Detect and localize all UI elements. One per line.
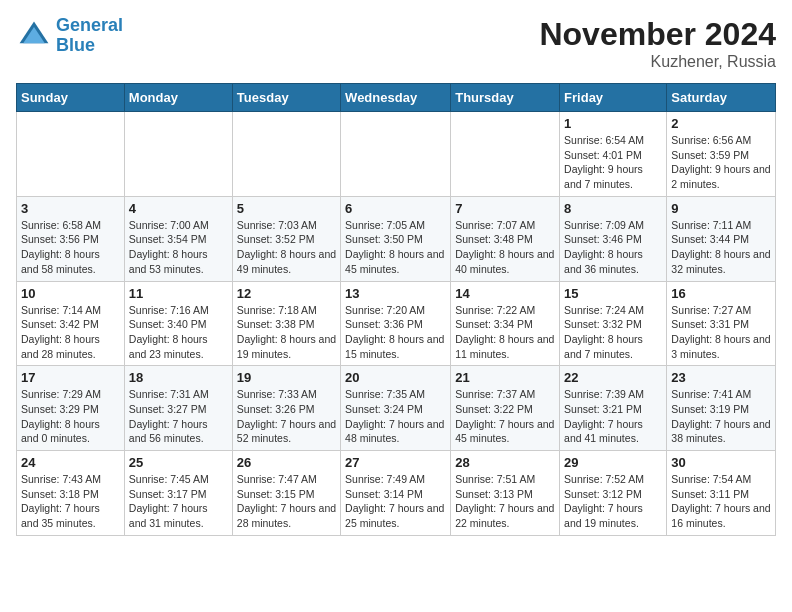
day-number: 12: [237, 286, 336, 301]
logo-line1: General: [56, 15, 123, 35]
day-number: 25: [129, 455, 228, 470]
calendar-cell: 16Sunrise: 7:27 AMSunset: 3:31 PMDayligh…: [667, 281, 776, 366]
day-number: 10: [21, 286, 120, 301]
day-info: Sunrise: 7:54 AMSunset: 3:11 PMDaylight:…: [671, 472, 771, 531]
calendar-cell: 10Sunrise: 7:14 AMSunset: 3:42 PMDayligh…: [17, 281, 125, 366]
day-info: Sunrise: 7:03 AMSunset: 3:52 PMDaylight:…: [237, 218, 336, 277]
logo: General Blue: [16, 16, 123, 56]
calendar-cell: 6Sunrise: 7:05 AMSunset: 3:50 PMDaylight…: [341, 196, 451, 281]
calendar-cell: 26Sunrise: 7:47 AMSunset: 3:15 PMDayligh…: [232, 451, 340, 536]
header-sunday: Sunday: [17, 84, 125, 112]
day-number: 8: [564, 201, 662, 216]
day-number: 22: [564, 370, 662, 385]
location-title: Kuzhener, Russia: [539, 53, 776, 71]
header-tuesday: Tuesday: [232, 84, 340, 112]
day-info: Sunrise: 7:49 AMSunset: 3:14 PMDaylight:…: [345, 472, 446, 531]
calendar-cell: 23Sunrise: 7:41 AMSunset: 3:19 PMDayligh…: [667, 366, 776, 451]
calendar-cell: 29Sunrise: 7:52 AMSunset: 3:12 PMDayligh…: [560, 451, 667, 536]
day-number: 13: [345, 286, 446, 301]
calendar-cell: 21Sunrise: 7:37 AMSunset: 3:22 PMDayligh…: [451, 366, 560, 451]
day-info: Sunrise: 7:37 AMSunset: 3:22 PMDaylight:…: [455, 387, 555, 446]
calendar-cell: 12Sunrise: 7:18 AMSunset: 3:38 PMDayligh…: [232, 281, 340, 366]
calendar-week-5: 24Sunrise: 7:43 AMSunset: 3:18 PMDayligh…: [17, 451, 776, 536]
logo-line2: Blue: [56, 35, 95, 55]
day-number: 23: [671, 370, 771, 385]
calendar-cell: 4Sunrise: 7:00 AMSunset: 3:54 PMDaylight…: [124, 196, 232, 281]
calendar-week-3: 10Sunrise: 7:14 AMSunset: 3:42 PMDayligh…: [17, 281, 776, 366]
day-number: 14: [455, 286, 555, 301]
calendar-cell: 22Sunrise: 7:39 AMSunset: 3:21 PMDayligh…: [560, 366, 667, 451]
calendar-cell: 19Sunrise: 7:33 AMSunset: 3:26 PMDayligh…: [232, 366, 340, 451]
day-info: Sunrise: 7:45 AMSunset: 3:17 PMDaylight:…: [129, 472, 228, 531]
calendar-cell: 27Sunrise: 7:49 AMSunset: 3:14 PMDayligh…: [341, 451, 451, 536]
day-info: Sunrise: 7:05 AMSunset: 3:50 PMDaylight:…: [345, 218, 446, 277]
day-info: Sunrise: 6:54 AMSunset: 4:01 PMDaylight:…: [564, 133, 662, 192]
day-info: Sunrise: 7:09 AMSunset: 3:46 PMDaylight:…: [564, 218, 662, 277]
day-number: 20: [345, 370, 446, 385]
page-header: General Blue November 2024 Kuzhener, Rus…: [16, 16, 776, 71]
calendar-cell: 8Sunrise: 7:09 AMSunset: 3:46 PMDaylight…: [560, 196, 667, 281]
month-title: November 2024: [539, 16, 776, 53]
calendar-cell: 18Sunrise: 7:31 AMSunset: 3:27 PMDayligh…: [124, 366, 232, 451]
day-info: Sunrise: 7:07 AMSunset: 3:48 PMDaylight:…: [455, 218, 555, 277]
day-number: 21: [455, 370, 555, 385]
calendar-week-2: 3Sunrise: 6:58 AMSunset: 3:56 PMDaylight…: [17, 196, 776, 281]
calendar-cell: 1Sunrise: 6:54 AMSunset: 4:01 PMDaylight…: [560, 112, 667, 197]
calendar-cell: [451, 112, 560, 197]
day-number: 27: [345, 455, 446, 470]
day-info: Sunrise: 7:29 AMSunset: 3:29 PMDaylight:…: [21, 387, 120, 446]
day-info: Sunrise: 7:35 AMSunset: 3:24 PMDaylight:…: [345, 387, 446, 446]
header-monday: Monday: [124, 84, 232, 112]
calendar-cell: 3Sunrise: 6:58 AMSunset: 3:56 PMDaylight…: [17, 196, 125, 281]
day-info: Sunrise: 6:58 AMSunset: 3:56 PMDaylight:…: [21, 218, 120, 277]
calendar-cell: 9Sunrise: 7:11 AMSunset: 3:44 PMDaylight…: [667, 196, 776, 281]
day-number: 5: [237, 201, 336, 216]
calendar-cell: [341, 112, 451, 197]
day-info: Sunrise: 7:47 AMSunset: 3:15 PMDaylight:…: [237, 472, 336, 531]
day-number: 16: [671, 286, 771, 301]
calendar-cell: 28Sunrise: 7:51 AMSunset: 3:13 PMDayligh…: [451, 451, 560, 536]
calendar-cell: 14Sunrise: 7:22 AMSunset: 3:34 PMDayligh…: [451, 281, 560, 366]
calendar-cell: 7Sunrise: 7:07 AMSunset: 3:48 PMDaylight…: [451, 196, 560, 281]
day-number: 7: [455, 201, 555, 216]
title-area: November 2024 Kuzhener, Russia: [539, 16, 776, 71]
calendar-cell: 13Sunrise: 7:20 AMSunset: 3:36 PMDayligh…: [341, 281, 451, 366]
header-saturday: Saturday: [667, 84, 776, 112]
day-info: Sunrise: 7:14 AMSunset: 3:42 PMDaylight:…: [21, 303, 120, 362]
calendar-cell: 30Sunrise: 7:54 AMSunset: 3:11 PMDayligh…: [667, 451, 776, 536]
day-number: 15: [564, 286, 662, 301]
calendar-cell: 17Sunrise: 7:29 AMSunset: 3:29 PMDayligh…: [17, 366, 125, 451]
day-info: Sunrise: 7:18 AMSunset: 3:38 PMDaylight:…: [237, 303, 336, 362]
calendar-table: SundayMondayTuesdayWednesdayThursdayFrid…: [16, 83, 776, 536]
day-number: 24: [21, 455, 120, 470]
day-info: Sunrise: 7:16 AMSunset: 3:40 PMDaylight:…: [129, 303, 228, 362]
day-number: 4: [129, 201, 228, 216]
calendar-cell: 2Sunrise: 6:56 AMSunset: 3:59 PMDaylight…: [667, 112, 776, 197]
day-number: 2: [671, 116, 771, 131]
header-thursday: Thursday: [451, 84, 560, 112]
day-number: 1: [564, 116, 662, 131]
calendar-cell: 24Sunrise: 7:43 AMSunset: 3:18 PMDayligh…: [17, 451, 125, 536]
day-info: Sunrise: 7:00 AMSunset: 3:54 PMDaylight:…: [129, 218, 228, 277]
day-info: Sunrise: 7:41 AMSunset: 3:19 PMDaylight:…: [671, 387, 771, 446]
logo-icon: [16, 18, 52, 54]
calendar-cell: [124, 112, 232, 197]
calendar-cell: 11Sunrise: 7:16 AMSunset: 3:40 PMDayligh…: [124, 281, 232, 366]
calendar-cell: 15Sunrise: 7:24 AMSunset: 3:32 PMDayligh…: [560, 281, 667, 366]
day-info: Sunrise: 7:22 AMSunset: 3:34 PMDaylight:…: [455, 303, 555, 362]
day-number: 18: [129, 370, 228, 385]
day-info: Sunrise: 7:39 AMSunset: 3:21 PMDaylight:…: [564, 387, 662, 446]
header-friday: Friday: [560, 84, 667, 112]
logo-text: General Blue: [56, 16, 123, 56]
calendar-header-row: SundayMondayTuesdayWednesdayThursdayFrid…: [17, 84, 776, 112]
day-number: 6: [345, 201, 446, 216]
day-info: Sunrise: 7:20 AMSunset: 3:36 PMDaylight:…: [345, 303, 446, 362]
calendar-cell: [232, 112, 340, 197]
calendar-cell: 25Sunrise: 7:45 AMSunset: 3:17 PMDayligh…: [124, 451, 232, 536]
day-number: 28: [455, 455, 555, 470]
calendar-week-4: 17Sunrise: 7:29 AMSunset: 3:29 PMDayligh…: [17, 366, 776, 451]
calendar-cell: 5Sunrise: 7:03 AMSunset: 3:52 PMDaylight…: [232, 196, 340, 281]
day-number: 30: [671, 455, 771, 470]
day-info: Sunrise: 7:33 AMSunset: 3:26 PMDaylight:…: [237, 387, 336, 446]
day-number: 9: [671, 201, 771, 216]
